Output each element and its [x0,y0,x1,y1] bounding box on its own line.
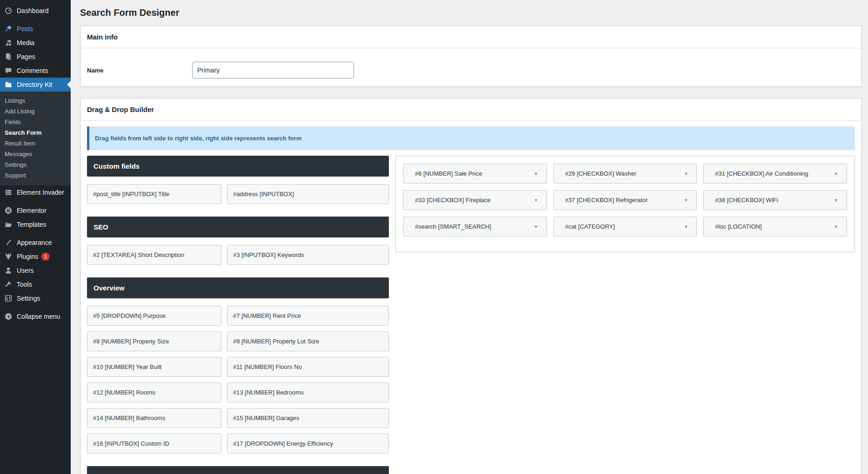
search-form-field-label: #cat [CATEGORY] [565,223,615,230]
draggable-field[interactable]: #2 [TEXTAREA] Short Description [87,245,221,265]
directory-kit-submenu: ListingsAdd ListingFieldsSearch FormResu… [0,92,71,185]
sidebar-item-label: Dashboard [17,7,49,14]
draggable-field[interactable]: #8 [NUMBER] Property Size [87,331,221,351]
search-form-field[interactable]: #6 [NUMBER] Sale Price▼ [403,164,547,184]
search-form-field[interactable]: #33 [CHECKBOX] Fireplace▼ [403,190,547,210]
sidebar-item-label: Directory Kit [17,81,52,88]
sidebar-item-label: Pages [17,53,35,60]
chevron-down-icon: ▼ [534,224,538,229]
sidebar-subitem-result-item[interactable]: Result Item [0,138,71,149]
sidebar-item-settings[interactable]: Settings [0,291,71,305]
sidebar-item-element-invader[interactable]: Element Invader [0,185,71,199]
sidebar-item-label: Tools [17,281,32,288]
sidebar-item-collapse-menu[interactable]: Collapse menu [0,309,71,323]
sidebar-subitem-fields[interactable]: Fields [0,117,71,127]
draggable-field[interactable]: #14 [NUMBER] Bathrooms [87,408,221,428]
sidebar-item-templates[interactable]: Templates [0,217,71,231]
sidebar-item-media[interactable]: Media [0,36,71,50]
search-form-field[interactable]: #37 [CHECKBOX] Refrigerator▼ [554,190,697,210]
draggable-field[interactable]: #13 [NUMBER] Bedrooms [227,382,389,402]
draggable-field[interactable]: #post_title [INPUTBOX] Title [87,184,221,204]
sidebar-item-directory-kit[interactable]: Directory Kit [0,78,71,92]
sidebar-item-label: Plugins [17,253,38,260]
sidebar-item-appearance[interactable]: Appearance [0,236,71,250]
section-header: Overview [87,277,389,298]
draggable-field[interactable]: #3 [INPUTBOX] Keywords [227,245,389,265]
builder-card: Drag & Drop Builder Drag fields from lef… [80,98,862,474]
draggable-field[interactable]: #10 [NUMBER] Year Built [87,357,221,377]
draggable-field[interactable]: #7 [NUMBER] Rent Price [227,306,389,326]
sliders-icon [4,294,13,303]
sidebar-subitem-listings[interactable]: Listings [0,95,71,106]
sidebar-item-label: Comments [17,67,48,74]
sidebar-item-label: Appearance [17,239,52,246]
search-form-field-label: #loc [LOCATION] [715,223,761,230]
pushpin-icon [4,24,13,33]
sidebar-item-label: Posts [17,25,33,33]
search-form-field[interactable]: #29 [CHECKBOX] Washer▼ [554,164,697,184]
chevron-down-icon: ▼ [534,198,538,203]
draggable-field[interactable]: #address [INPUTBOX] [227,184,389,204]
sidebar-item-plugins[interactable]: Plugins1 [0,250,71,263]
chevron-down-icon: ▼ [684,198,688,203]
search-form-field[interactable]: #cat [CATEGORY]▼ [554,217,697,237]
search-form-field[interactable]: #search [SMART_SEARCH]▼ [403,217,547,237]
sidebar-item-comments[interactable]: Comments [0,64,71,78]
available-fields-panel: Custom fields#post_title [INPUTBOX] Titl… [87,156,389,474]
name-label: Name [87,67,192,74]
sidebar-item-dashboard[interactable]: Dashboard [0,4,71,18]
sidebar-item-pages[interactable]: Pages [0,50,71,64]
sidebar-subitem-support[interactable]: Support [0,170,71,181]
menu-separator [0,231,71,236]
media-icon [4,38,13,47]
field-section-cutoff [87,466,389,474]
chevron-down-icon: ▼ [834,224,838,229]
field-section-seo: SEO#2 [TEXTAREA] Short Description#3 [IN… [87,217,389,265]
chevron-down-icon: ▼ [834,171,838,176]
search-form-field-label: #search [SMART_SEARCH] [415,223,491,230]
chevron-down-icon: ▼ [834,198,838,203]
dashboard-icon [4,6,13,15]
builder-notice: Drag fields from left side to right side… [87,126,855,150]
elementor-icon [4,206,13,215]
search-form-field[interactable]: #38 [CHECKBOX] WiFi▼ [703,190,847,210]
section-header [87,466,389,474]
field-section-overview: Overview#5 [DROPDOWN] Purpose#7 [NUMBER]… [87,277,389,454]
sidebar-item-elementor[interactable]: Elementor [0,204,71,217]
draggable-field[interactable]: #17 [DROPDOWN] Energy Efficiency [227,434,389,454]
draggable-field[interactable]: #5 [DROPDOWN] Purpose [87,306,221,326]
folder-icon [4,80,13,89]
search-form-field-label: #38 [CHECKBOX] WiFi [715,197,778,204]
search-form-field[interactable]: #loc [LOCATION]▼ [703,217,847,237]
search-form-field-label: #6 [NUMBER] Sale Price [415,170,482,177]
sidebar-item-users[interactable]: Users [0,263,71,277]
sidebar-subitem-settings[interactable]: Settings [0,159,71,170]
sidebar-item-posts[interactable]: Posts [0,22,71,36]
sidebar-subitem-search-form[interactable]: Search Form [0,127,71,138]
sidebar-item-label: Elementor [17,207,47,214]
collapse-icon [4,312,13,321]
main-info-card: Main info Name [80,26,862,87]
chevron-down-icon: ▼ [534,171,538,176]
draggable-field[interactable]: #12 [NUMBER] Rooms [87,382,221,402]
open-folder-icon [4,220,13,229]
draggable-field[interactable]: #11 [NUMBER] Floors No [227,357,389,377]
sidebar-item-label: Media [17,39,34,46]
sidebar-item-label: Element Invader [17,189,64,196]
builder-body: Drag fields from left side to right side… [80,121,861,474]
draggable-field[interactable]: #15 [NUMBER] Garages [227,408,389,428]
draggable-field[interactable]: #16 [INPUTBOX] Custom ID [87,434,221,454]
sidebar-subitem-add-listing[interactable]: Add Listing [0,106,71,117]
pages-icon [4,52,13,61]
main-info-body: Name [80,48,861,86]
search-form-field-label: #37 [CHECKBOX] Refrigerator [565,197,648,204]
form-name-input[interactable] [192,62,354,79]
search-form-field-label: #29 [CHECKBOX] Washer [565,170,636,177]
sidebar-item-label: Users [17,267,34,274]
search-form-field-label: #33 [CHECKBOX] Fireplace [415,197,491,204]
sidebar-subitem-messages[interactable]: Messages [0,149,71,159]
draggable-field[interactable]: #9 [NUMBER] Property Lot Size [227,331,389,351]
menu-separator [0,199,71,204]
sidebar-item-tools[interactable]: Tools [0,277,71,291]
search-form-field[interactable]: #31 [CHECKBOX] Air Conditioning▼ [703,164,847,184]
